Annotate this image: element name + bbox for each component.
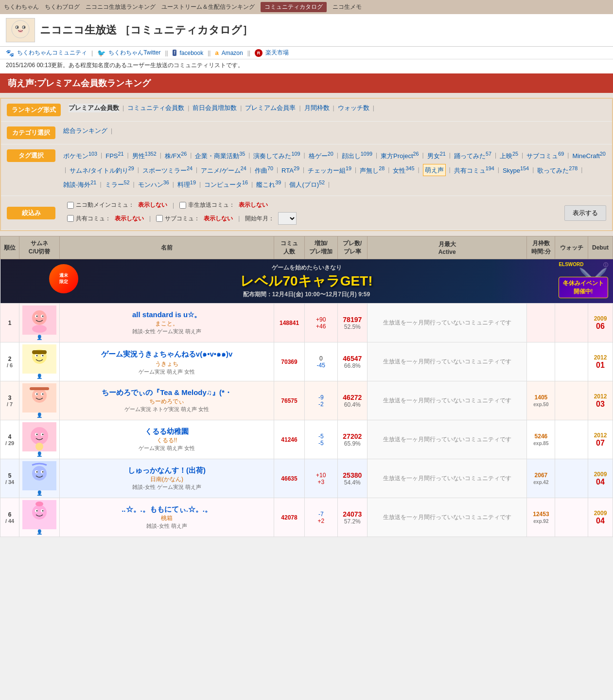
tag-mixed[interactable]: 男女21: [427, 149, 446, 162]
sub-checkbox[interactable]: [156, 215, 163, 222]
rank-6: 6 / 44: [0, 498, 19, 537]
tag-business[interactable]: 企業・商業活動35: [195, 149, 245, 162]
nav-item-ustream-ranking[interactable]: ユーストリーム＆生配信ランキング: [161, 3, 255, 11]
display-button[interactable]: 表示する: [564, 205, 606, 221]
owner-name-5[interactable]: 日南(かなん): [63, 475, 271, 484]
pre-count-4: 27202: [341, 432, 365, 440]
tag-face[interactable]: 顔出し1099: [342, 149, 372, 162]
community-name-3[interactable]: ちーめろでぃの『Tea & Melody♫』(*・: [102, 388, 232, 396]
debut-5: 2009 04: [588, 459, 613, 498]
tag-skype[interactable]: Skype154: [503, 164, 529, 177]
tag-pokemon[interactable]: ポケモン103: [63, 149, 97, 162]
svg-point-21: [32, 388, 47, 403]
tag-computer[interactable]: コンピュータ16: [204, 178, 248, 191]
svg-point-46: [35, 502, 43, 506]
non-live-check[interactable]: 非生放送コミュ：: [179, 201, 235, 209]
ranking-monthly-slots[interactable]: 月間枠数: [304, 104, 330, 112]
increase-num-5: +10: [316, 472, 326, 479]
th-watch: ウォッチ: [555, 236, 588, 259]
owner-name-2[interactable]: うきょち: [63, 360, 271, 368]
tag-perform[interactable]: 演奏してみた109: [253, 149, 300, 162]
owner-name-6[interactable]: 桃箱: [63, 514, 271, 522]
ranking-premium-rate[interactable]: プレミアム会員率: [245, 104, 296, 112]
tag-male[interactable]: 男性1352: [132, 149, 157, 162]
owner-name-4[interactable]: くるる!!: [63, 436, 271, 445]
nav-item-community-catalog[interactable]: コミュニティカタログ: [261, 2, 327, 12]
owner-name-3[interactable]: ちーめろでぃ: [63, 397, 271, 406]
tag-touhou[interactable]: 東方Project26: [381, 149, 419, 162]
nico-main-checkbox[interactable]: [67, 202, 74, 209]
nav-item-chikuwa[interactable]: ちくわちゃん: [4, 3, 39, 11]
facebook-link[interactable]: facebook: [179, 50, 203, 56]
thumb-2: 👤: [19, 342, 60, 381]
tag-kancolle[interactable]: 艦これ39: [256, 178, 281, 191]
tag-anime-game[interactable]: アニメ/ゲーム24: [201, 164, 246, 177]
table-row: 2 / 6: [0, 342, 613, 381]
thumb-toggle-3[interactable]: 👤: [22, 413, 56, 418]
thumb-toggle-5[interactable]: 👤: [22, 490, 56, 496]
twitter-link[interactable]: ちくわちゃんTwitter: [108, 49, 160, 57]
community-name-2[interactable]: ゲーム実況うきょちゃんねるv(๑•v•๑๑)v: [101, 350, 233, 358]
pre-increase-4: -5: [318, 440, 324, 447]
tag-checker[interactable]: チェッカー組19: [308, 164, 351, 177]
tag-mhun[interactable]: モンハン36: [138, 178, 169, 191]
shared-checkbox[interactable]: [67, 215, 74, 222]
tags-1: 雑談-女性 ゲーム実況 萌え声: [132, 328, 201, 334]
tag-rta[interactable]: RTA29: [281, 164, 299, 177]
tag-screening[interactable]: 上映25: [500, 149, 518, 162]
tag-mirror[interactable]: ミラー52: [105, 178, 130, 191]
nav-item-nico-memo[interactable]: ニコ生メモ: [333, 3, 362, 11]
tag-compose[interactable]: 作曲70: [255, 164, 273, 177]
ad-banner[interactable]: ゲームを始めたらいきなり レベル70キャラGET! 配布期間：12月4日(金) …: [0, 259, 613, 303]
tag-minecraft[interactable]: MineCraft20: [572, 149, 605, 162]
tag-shared[interactable]: 共有コミュ194: [454, 164, 494, 177]
tag-dance[interactable]: 踊ってみた57: [454, 149, 491, 162]
svg-point-7: [32, 310, 47, 325]
debut-month-4: 07: [591, 439, 610, 448]
community-link[interactable]: ちくわちゃんコミュニティ: [17, 49, 87, 57]
nav-item-nico-ranking[interactable]: ニコニコ生放送ランキング: [86, 3, 156, 11]
tag-fighting[interactable]: 格ゲー20: [309, 149, 333, 162]
tag-sing[interactable]: 歌ってみた278: [537, 164, 578, 177]
community-name-5[interactable]: しゅっかなんす！(出荷): [128, 466, 206, 474]
thumb-toggle-4[interactable]: 👤: [22, 451, 56, 457]
tags-4: ゲーム実況 萌え声 女性: [139, 445, 195, 451]
th-thumb: サムネC/U切替: [19, 236, 60, 259]
shared-check[interactable]: 共有コミュ：: [67, 215, 111, 223]
tag-overseas[interactable]: 雑談-海外21: [63, 178, 96, 191]
pre-count-6: 24073: [341, 510, 365, 518]
tag-sports-mirror[interactable]: スポーツミラー24: [142, 164, 193, 177]
start-month-select[interactable]: [278, 212, 297, 225]
tag-cooking[interactable]: 料理19: [177, 178, 196, 191]
nav-item-blog[interactable]: ちくわブログ: [45, 3, 80, 11]
tag-thumbnail[interactable]: サムネ/タイトル釣り29: [70, 164, 134, 177]
nico-main-check[interactable]: ニコ動メインコミュ：: [67, 201, 134, 209]
rakuten-link[interactable]: 楽天市場: [265, 49, 289, 57]
tag-moe-voice[interactable]: 萌え声: [423, 164, 446, 176]
tag-personal-pro[interactable]: 個人(プロ)52: [289, 178, 325, 191]
tag-fps[interactable]: FPS21: [105, 149, 123, 162]
tag-stock[interactable]: 株/FX26: [165, 149, 187, 162]
tag-subcommu[interactable]: サブコミュ69: [526, 149, 564, 162]
ranking-premium-members[interactable]: プレミアム会員数: [69, 104, 119, 112]
thumb-toggle-1[interactable]: 👤: [22, 335, 56, 340]
tag-female[interactable]: 女性345: [393, 164, 414, 177]
ranking-community-members[interactable]: コミュニティ会員数: [127, 104, 184, 112]
community-name-6[interactable]: ..☆。.。ももにてぃ.☆。.。: [122, 505, 212, 513]
debut-year-2: 2012: [594, 354, 607, 361]
ranking-prev-day-increase[interactable]: 前日会員増加数: [193, 104, 237, 112]
thumb-toggle-2[interactable]: 👤: [22, 374, 56, 379]
non-live-checkbox[interactable]: [179, 202, 186, 209]
community-name-1[interactable]: all standard is u☆。: [132, 310, 201, 319]
thumb-3: 👤: [19, 381, 60, 420]
community-name-4[interactable]: くるる幼稚園: [145, 427, 189, 435]
ranking-watch-count[interactable]: ウォッチ数: [338, 104, 369, 112]
sub-check[interactable]: サブコミュ：: [156, 215, 200, 223]
amazon-link[interactable]: Amazon: [222, 50, 243, 56]
thumbnail-2: [22, 344, 56, 374]
tag-novoice[interactable]: 声無し28: [360, 164, 385, 177]
category-all[interactable]: 総合ランキング: [63, 126, 107, 135]
owner-name-1[interactable]: まこと。: [63, 320, 271, 328]
monthly-active-1: 生放送を一ヶ月間行っていないコミュニティです: [368, 304, 527, 342]
thumb-toggle-6[interactable]: 👤: [22, 529, 56, 535]
